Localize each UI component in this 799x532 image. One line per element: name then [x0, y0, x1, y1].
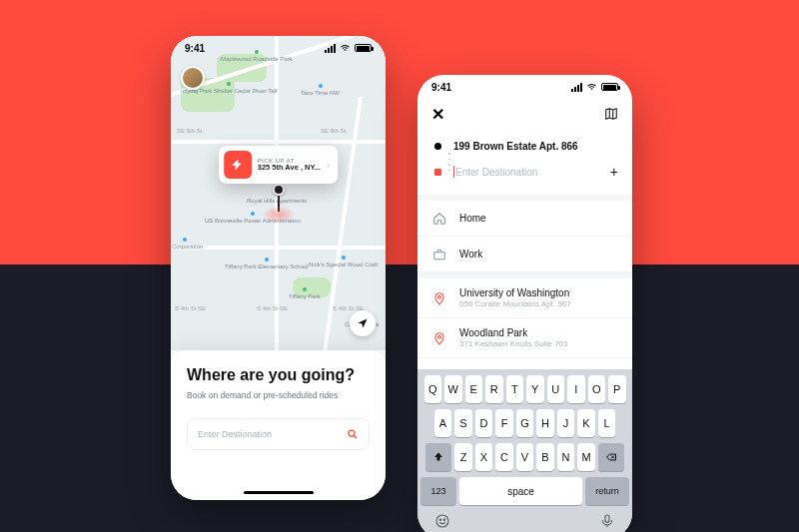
key-k[interactable]: K	[577, 409, 595, 437]
svg-point-7	[443, 519, 444, 520]
status-indicators	[325, 43, 372, 54]
sheet-subtitle: Book on demand or pre-scheduled rides	[187, 390, 370, 400]
key-o[interactable]: O	[588, 375, 606, 403]
key-f[interactable]: F	[495, 409, 513, 437]
suggestion-item[interactable]: University of Washington	[417, 358, 632, 369]
key-n[interactable]: N	[557, 443, 575, 471]
map-road-label: S 4th St SE	[257, 305, 288, 311]
pickup-value: 199 Brown Estate Apt. 866	[453, 141, 578, 152]
destination-input[interactable]	[455, 167, 600, 178]
key-g[interactable]: G	[516, 409, 534, 437]
map-pin	[262, 184, 296, 224]
key-a[interactable]: A	[434, 409, 452, 437]
key-y[interactable]: Y	[526, 375, 544, 403]
close-button[interactable]: ✕	[431, 105, 444, 124]
cell-signal-icon	[571, 83, 582, 92]
key-w[interactable]: W	[444, 375, 462, 403]
wifi-icon	[586, 82, 597, 93]
locate-me-button[interactable]	[350, 310, 376, 336]
location-pin-icon	[431, 291, 447, 305]
map-icon[interactable]	[604, 107, 618, 121]
suggestion-title: Woodland Park	[459, 327, 568, 339]
key-d[interactable]: D	[475, 409, 493, 437]
key-s[interactable]: S	[454, 409, 472, 437]
pickup-address: 325 5th Ave , NY...	[258, 164, 321, 172]
key-h[interactable]: H	[536, 409, 554, 437]
shift-key[interactable]	[425, 443, 451, 471]
pickup-eyebrow: PICK UP AT	[258, 158, 321, 165]
key-l[interactable]: L	[598, 409, 616, 437]
battery-icon	[601, 83, 618, 91]
route-dots-icon	[448, 153, 450, 171]
phone-map-screen: 9:41 SE 5th St SE 5th St S 4th St SE S 4…	[171, 36, 386, 500]
numeric-key[interactable]: 123	[420, 477, 456, 505]
saved-place-work[interactable]: Work	[417, 237, 632, 272]
key-e[interactable]: E	[465, 375, 483, 403]
svg-point-6	[439, 519, 440, 520]
map-road-label: SE 5th St	[321, 128, 346, 134]
keyboard: QWERTYUIOP ASDFGHJKL ZXCVBNM 123 space r…	[417, 369, 632, 532]
add-stop-button[interactable]: +	[610, 164, 618, 180]
destination-sheet: Where are you going? Book on demand or p…	[171, 350, 386, 500]
key-q[interactable]: Q	[424, 375, 442, 403]
map-poi: Tiffany Park	[289, 287, 321, 300]
key-m[interactable]: M	[577, 443, 595, 471]
space-key[interactable]: space	[459, 477, 582, 505]
location-pin-icon	[431, 331, 447, 345]
destination-row[interactable]: +	[431, 159, 618, 185]
backspace-key[interactable]	[598, 443, 624, 471]
suggestion-item[interactable]: University of Washington056 Coralie Moun…	[417, 278, 632, 318]
svg-rect-1	[434, 252, 445, 259]
list-item-label: Work	[459, 249, 482, 261]
suggestion-subtitle: 056 Coralie Mountains Apt. 567	[459, 299, 571, 309]
emoji-key[interactable]	[434, 513, 450, 532]
map-road-label: SE 5th St	[177, 128, 202, 134]
avatar[interactable]	[181, 66, 205, 90]
destination-search[interactable]	[187, 418, 370, 450]
key-r[interactable]: R	[485, 375, 503, 403]
phone-search-screen: 9:41 ✕ 199 Brown Estate Apt. 866	[417, 75, 632, 532]
search-icon	[347, 428, 359, 440]
destination-square-icon	[434, 169, 441, 176]
key-x[interactable]: X	[475, 443, 493, 471]
map-poi: e Corporation	[171, 238, 203, 251]
pickup-icon	[224, 151, 252, 179]
suggestion-item[interactable]: Woodland Park371 Keshawn Knolls Suite 70…	[417, 318, 632, 358]
map-poi: Taco Time NW	[301, 84, 340, 97]
battery-icon	[355, 44, 372, 52]
key-v[interactable]: V	[516, 443, 534, 471]
key-i[interactable]: I	[567, 375, 585, 403]
return-key[interactable]: return	[585, 477, 629, 505]
status-time: 9:41	[431, 82, 451, 93]
svg-point-2	[438, 295, 441, 298]
text-caret	[453, 166, 454, 178]
saved-place-home[interactable]: Home	[417, 201, 632, 237]
home-indicator	[244, 491, 314, 494]
key-u[interactable]: U	[547, 375, 565, 403]
home-icon	[431, 212, 447, 226]
origin-dot-icon	[434, 143, 441, 150]
svg-point-0	[349, 430, 355, 436]
suggestion-subtitle: 371 Keshawn Knolls Suite 703	[459, 339, 568, 349]
status-time: 9:41	[185, 43, 205, 54]
map-road-label: S 4th St SE	[175, 305, 206, 311]
key-b[interactable]: B	[536, 443, 554, 471]
status-indicators	[571, 82, 618, 93]
pickup-callout[interactable]: PICK UP AT 325 5th Ave , NY... ›	[219, 146, 339, 184]
pickup-row[interactable]: 199 Brown Estate Apt. 866	[431, 133, 618, 159]
key-c[interactable]: C	[495, 443, 513, 471]
status-bar: 9:41	[171, 36, 386, 60]
suggestion-list: Home Work University of Washington056 Co…	[417, 195, 632, 369]
svg-point-3	[438, 335, 441, 338]
cell-signal-icon	[325, 44, 336, 53]
destination-input[interactable]	[198, 429, 339, 439]
key-z[interactable]: Z	[454, 443, 472, 471]
dictation-key[interactable]	[599, 513, 615, 532]
location-arrow-icon	[357, 317, 369, 329]
map-canvas[interactable]: SE 5th St SE 5th St S 4th St SE S 4th St…	[171, 36, 386, 350]
key-t[interactable]: T	[506, 375, 524, 403]
sheet-title: Where are you going?	[187, 366, 370, 384]
key-p[interactable]: P	[608, 375, 626, 403]
chevron-right-icon: ›	[327, 160, 330, 171]
key-j[interactable]: J	[557, 409, 575, 437]
